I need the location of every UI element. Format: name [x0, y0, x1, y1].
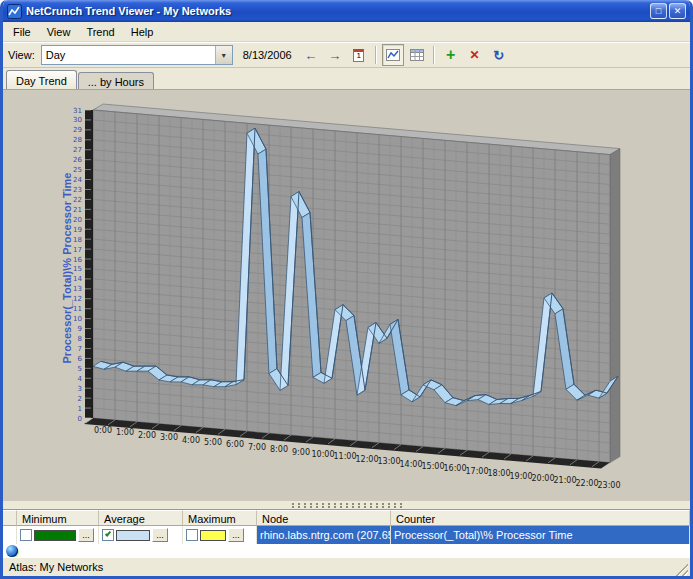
previous-day-button[interactable]: ← [300, 44, 322, 66]
table-grid-icon [410, 49, 424, 61]
calendar-day-icon: 1 [353, 49, 364, 62]
table-view-button[interactable] [406, 44, 428, 66]
calendar-button[interactable]: 1 [348, 44, 370, 66]
legend-header-minimum[interactable]: Minimum [17, 510, 99, 526]
menu-view[interactable]: View [39, 23, 79, 41]
menu-help[interactable]: Help [123, 23, 162, 41]
tab-day-trend[interactable]: Day Trend [6, 70, 77, 89]
legend-header-maximum[interactable]: Maximum [183, 510, 257, 526]
next-day-button[interactable]: → [324, 44, 346, 66]
maximum-color-swatch[interactable] [200, 530, 226, 541]
svg-text:21: 21 [73, 206, 82, 214]
status-text: Atlas: My Networks [9, 561, 670, 573]
svg-text:21:00: 21:00 [553, 476, 576, 485]
tab-by-hours[interactable]: ... by Hours [78, 72, 154, 90]
svg-text:17:00: 17:00 [465, 467, 488, 476]
netcrunch-atlas-icon [6, 545, 18, 557]
app-window: NetCrunch Trend Viewer - My Networks □ ✕… [0, 0, 693, 579]
svg-text:23: 23 [73, 186, 82, 194]
date-label: 8/13/2006 [243, 49, 292, 61]
toolbar-separator [375, 46, 377, 64]
svg-text:24: 24 [73, 176, 82, 184]
title-bar[interactable]: NetCrunch Trend Viewer - My Networks □ ✕ [3, 0, 690, 22]
splitter-grip [292, 506, 402, 508]
menu-file[interactable]: File [5, 23, 39, 41]
splitter-grip [292, 503, 402, 505]
legend-header-counter[interactable]: Counter [391, 510, 690, 526]
svg-text:12: 12 [73, 295, 82, 303]
minimum-color-picker-button[interactable]: ... [78, 528, 94, 542]
row-selector-cell[interactable] [3, 526, 17, 544]
svg-text:9:00: 9:00 [292, 448, 310, 457]
svg-text:14:00: 14:00 [399, 460, 422, 469]
svg-text:2: 2 [78, 395, 82, 403]
toolbar: View: Day ▼ 8/13/2006 ← → 1 + ✕ ↻ [3, 42, 690, 68]
trend-chart[interactable]: 0123456789101112131415161718192021222324… [3, 90, 690, 501]
view-combobox[interactable]: Day ▼ [41, 45, 233, 65]
view-combobox-value: Day [42, 49, 215, 61]
combobox-dropdown-icon[interactable]: ▼ [215, 46, 232, 64]
tab-bar: Day Trend ... by Hours [3, 68, 690, 89]
maximize-button[interactable]: □ [650, 3, 667, 19]
legend-filler [3, 544, 690, 557]
splitter[interactable] [3, 501, 690, 509]
svg-text:11: 11 [73, 305, 82, 313]
close-button[interactable]: ✕ [669, 3, 686, 19]
svg-text:4:00: 4:00 [182, 436, 200, 445]
delete-x-icon: ✕ [470, 49, 480, 61]
svg-text:12:00: 12:00 [355, 455, 378, 464]
svg-text:28: 28 [73, 136, 82, 144]
legend-header: Minimum Average Maximum Node Counter [3, 509, 690, 526]
svg-text:31: 31 [73, 107, 82, 115]
svg-text:13: 13 [73, 285, 82, 293]
legend-header-node[interactable]: Node [257, 510, 391, 526]
svg-text:10: 10 [73, 315, 82, 323]
refresh-icon: ↻ [493, 49, 504, 62]
chart-area: 0123456789101112131415161718192021222324… [3, 89, 690, 501]
svg-text:29: 29 [73, 126, 82, 134]
svg-text:3: 3 [78, 385, 82, 393]
svg-text:2:00: 2:00 [138, 431, 156, 440]
average-color-swatch[interactable] [116, 530, 150, 541]
refresh-button[interactable]: ↻ [488, 44, 510, 66]
app-icon [7, 4, 22, 19]
legend-header-selector [3, 510, 17, 526]
maximum-color-picker-button[interactable]: ... [228, 528, 244, 542]
delete-counter-button[interactable]: ✕ [464, 44, 486, 66]
resize-grip-icon[interactable] [675, 563, 688, 576]
svg-text:6: 6 [78, 355, 83, 363]
svg-text:4: 4 [78, 375, 83, 383]
svg-text:19:00: 19:00 [509, 472, 532, 481]
maximum-checkbox[interactable] [186, 529, 198, 541]
menu-trend[interactable]: Trend [78, 23, 122, 41]
svg-text:20:00: 20:00 [531, 474, 554, 483]
svg-text:23:00: 23:00 [597, 481, 620, 490]
legend-row[interactable]: ... ... ... rhino.labs.ntrg.com (207.65.… [3, 526, 690, 544]
line-chart-icon [386, 49, 400, 61]
svg-text:1:00: 1:00 [116, 428, 134, 437]
svg-text:3:00: 3:00 [160, 433, 178, 442]
minimum-checkbox[interactable] [20, 529, 32, 541]
svg-text:19: 19 [73, 226, 82, 234]
svg-text:7: 7 [78, 345, 82, 353]
svg-text:13:00: 13:00 [377, 457, 400, 466]
minimum-color-swatch[interactable] [34, 530, 76, 541]
add-counter-button[interactable]: + [440, 44, 462, 66]
svg-text:20: 20 [73, 216, 82, 224]
maximum-cell: ... [183, 526, 257, 544]
status-bar: Atlas: My Networks [3, 557, 690, 576]
minimum-cell: ... [17, 526, 99, 544]
counter-cell[interactable]: Processor(_Total)\% Processor Time [391, 526, 690, 544]
average-cell: ... [99, 526, 183, 544]
window-title: NetCrunch Trend Viewer - My Networks [26, 5, 646, 17]
node-cell[interactable]: rhino.labs.ntrg.com (207.65.71.3 [257, 526, 391, 544]
average-color-picker-button[interactable]: ... [152, 528, 168, 542]
svg-text:27: 27 [73, 146, 82, 154]
menu-bar: File View Trend Help [3, 22, 690, 42]
svg-text:0:00: 0:00 [94, 426, 112, 435]
svg-text:30: 30 [73, 116, 82, 124]
svg-text:10:00: 10:00 [311, 450, 334, 459]
legend-header-average[interactable]: Average [99, 510, 183, 526]
chart-view-button[interactable] [382, 44, 404, 66]
average-checkbox[interactable] [102, 529, 114, 541]
